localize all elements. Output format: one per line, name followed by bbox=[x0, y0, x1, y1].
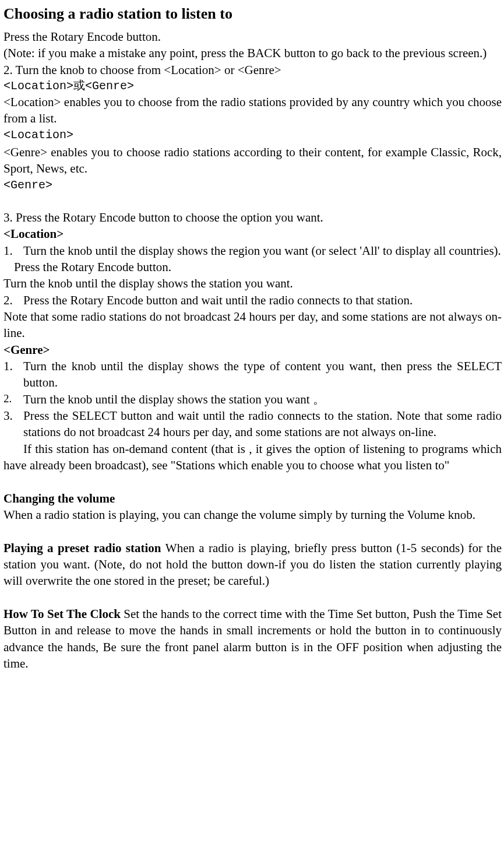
list-gap bbox=[15, 408, 23, 441]
list-number: 1. bbox=[3, 358, 15, 391]
blank-line bbox=[3, 523, 502, 539]
volume-header: Changing the volume bbox=[3, 490, 502, 507]
volume-body: When a radio station is playing, you can… bbox=[3, 507, 502, 523]
list-gap bbox=[15, 358, 23, 391]
list-body: Turn the knob until the display shows th… bbox=[23, 358, 502, 391]
genre-item-1: 1. Turn the knob until the display shows… bbox=[3, 358, 502, 391]
list-body: Press the Rotary Encode button and wait … bbox=[23, 292, 502, 308]
list-gap bbox=[15, 243, 23, 259]
genre-if-note: If this station has on-demand content (t… bbox=[3, 441, 502, 474]
location-item-1: 1. Turn the knob until the display shows… bbox=[3, 243, 502, 259]
mono-genre: <Genre> bbox=[3, 177, 502, 193]
list-gap bbox=[15, 292, 23, 308]
mono-location: <Location> bbox=[3, 127, 502, 143]
clock-para: How To Set The Clock Set the hands to th… bbox=[3, 606, 502, 672]
list-body: Turn the knob until the display shows th… bbox=[23, 243, 502, 259]
document-page: Choosing a radio station to listen to Pr… bbox=[0, 0, 504, 689]
list-number: 2. bbox=[3, 391, 15, 408]
para-note-back: (Note: if you make a mistake any point, … bbox=[3, 45, 502, 61]
preset-para: Playing a preset radio station When a ra… bbox=[3, 540, 502, 589]
location-turn: Turn the knob until the display shows th… bbox=[3, 275, 502, 291]
para-location-desc: <Location> enables you to choose from th… bbox=[3, 94, 502, 127]
list-number: 3. bbox=[3, 408, 15, 441]
genre-item-3: 3. Press the SELECT button and wait unti… bbox=[3, 408, 502, 441]
mono-location-genre: <Location>或<Genre> bbox=[3, 78, 502, 94]
page-title: Choosing a radio station to listen to bbox=[3, 3, 502, 24]
location-note: Note that some radio stations do not bro… bbox=[3, 308, 502, 342]
blank-line bbox=[3, 473, 502, 490]
blank-line bbox=[3, 193, 502, 209]
list-number: 2. bbox=[3, 292, 15, 308]
para-genre-desc: <Genre> enables you to choose radio stat… bbox=[3, 144, 502, 177]
preset-header: Playing a preset radio station bbox=[3, 541, 165, 555]
para-step3: 3. Press the Rotary Encode button to cho… bbox=[3, 209, 502, 226]
para-step2: 2. Turn the knob to choose from <Locatio… bbox=[3, 62, 502, 78]
location-item-2: 2. Press the Rotary Encode button and wa… bbox=[3, 292, 502, 308]
list-body: Press the SELECT button and wait until t… bbox=[23, 408, 502, 441]
genre-header: <Genre> bbox=[3, 342, 502, 358]
blank-line bbox=[3, 589, 502, 606]
location-header: <Location> bbox=[3, 226, 502, 242]
list-number: 1. bbox=[3, 243, 15, 259]
clock-header: How To Set The Clock bbox=[3, 607, 124, 621]
genre-item-2: 2. Turn the knob until the display shows… bbox=[3, 391, 502, 408]
location-item-1b: Press the Rotary Encode button. bbox=[3, 259, 502, 275]
para-press-rotary: Press the Rotary Encode button. bbox=[3, 29, 502, 45]
list-gap bbox=[15, 391, 23, 408]
list-body: Turn the knob until the display shows th… bbox=[23, 391, 502, 408]
